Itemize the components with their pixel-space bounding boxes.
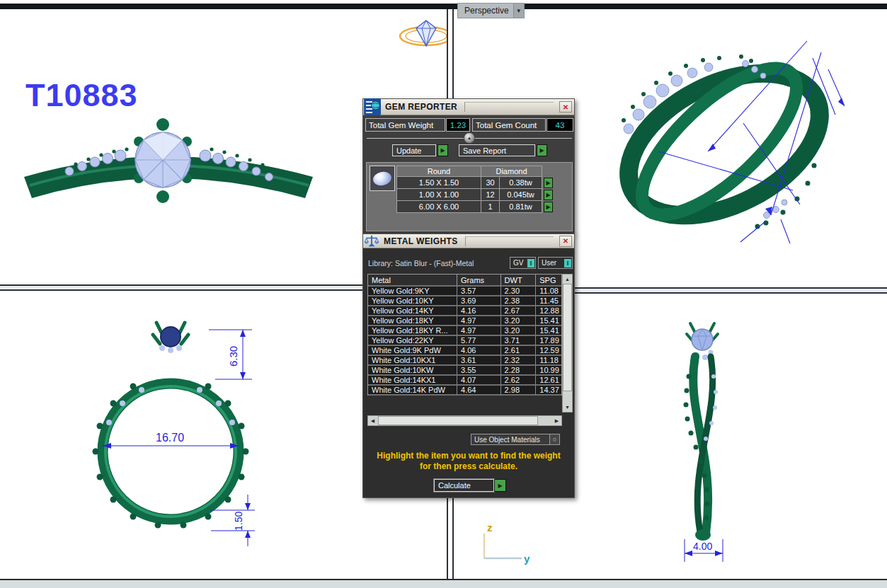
gem-col-type: Diamond <box>481 166 542 177</box>
col-spg: SPG <box>536 275 561 287</box>
play-icon: ▶ <box>546 192 550 198</box>
metal-weights-titlebar[interactable]: METAL WEIGHTS ✕ <box>363 234 574 248</box>
status-bar <box>0 579 887 588</box>
gv-toggle-indicator: I <box>527 259 534 267</box>
scroll-left-icon[interactable]: ◀ <box>368 416 377 425</box>
gem-reporter-title: GEM REPORTER <box>385 102 457 112</box>
viewport-title-label: Perspective <box>458 6 513 16</box>
axis-y-label: y <box>524 553 530 565</box>
total-gem-count-label: Total Gem Count <box>472 118 546 132</box>
axis-z-label: z <box>487 521 493 534</box>
gem-row-go-button[interactable]: ▶ <box>544 190 553 200</box>
play-icon: ▶ <box>440 147 445 154</box>
gem-reporter-titlebar[interactable]: GEM REPORTER ✕ <box>363 99 574 115</box>
app-window: Perspective ▼ T10883 <box>0 0 887 588</box>
gem-weight: 0.81tw <box>500 201 542 213</box>
calculate-button[interactable]: Calculate <box>434 479 494 492</box>
radio-icon: ○ <box>549 434 559 444</box>
ring-perspective-view: T10883 <box>600 37 845 249</box>
horizontal-scroll-thumb[interactable] <box>378 416 538 425</box>
hint-text-line2: for then press calculate. <box>363 461 574 472</box>
play-icon: ▶ <box>546 204 550 210</box>
play-icon: ▶ <box>546 180 550 186</box>
gem-row: 1.50 X 1.50 30 0.38tw ▶ <box>396 177 553 189</box>
metal-row[interactable]: Yellow Gold:9KY3.572.3011.08 <box>368 287 561 296</box>
gem-row: 1.00 X 1.00 12 0.045tw ▶ <box>396 189 553 201</box>
axis-indicator: z y <box>474 521 534 565</box>
vertical-scroll-thumb[interactable] <box>563 284 572 391</box>
close-icon[interactable]: ✕ <box>559 236 572 247</box>
gem-reporter-dialog: GEM REPORTER ✕ Total Gem Weight 1.23 Tot… <box>362 98 575 235</box>
ring-side-view <box>20 106 321 244</box>
gem-reporter-icon <box>364 98 381 115</box>
save-report-go-button[interactable]: ▶ <box>537 144 547 156</box>
calculate-go-button[interactable]: ▶ <box>494 479 506 492</box>
metal-table-header: Metal Grams DWT SPG <box>368 275 561 287</box>
library-label: Library: Satin Blur - (Fast)-Metal <box>368 259 474 267</box>
use-object-materials-select[interactable]: Use Object Materials ○ <box>471 434 560 445</box>
update-button-label: Update <box>396 146 421 155</box>
dimension-width: 4.00 <box>693 541 712 552</box>
metal-row[interactable]: White Gold:9K PdW4.062.6112.59 <box>368 346 561 356</box>
save-report-button[interactable]: Save Report <box>459 144 535 156</box>
metal-row[interactable]: Yellow Gold:10KY3.692.3811.45 <box>368 296 561 306</box>
gem-size: 1.00 X 1.00 <box>396 189 481 201</box>
gem-weight: 0.38tw <box>500 177 542 189</box>
user-toggle[interactable]: User I <box>538 257 573 269</box>
metal-table: Metal Grams DWT SPG Yellow Gold:9KY3.572… <box>367 274 562 396</box>
gem-thumbnail[interactable] <box>370 166 395 191</box>
metal-row[interactable]: White Gold:14KX14.072.6212.61 <box>368 376 561 386</box>
hint-text-line1: Highlight the item you want to find the … <box>363 451 574 461</box>
ring-front-view: 6.30 16.70 1.50 <box>76 303 271 558</box>
dimension-diameter: 16.70 <box>156 432 184 444</box>
collapse-toggle[interactable]: ▲ <box>464 132 475 144</box>
col-dwt: DWT <box>501 275 537 287</box>
viewport-title-perspective[interactable]: Perspective ▼ <box>457 3 525 18</box>
metal-row[interactable]: Yellow Gold:14KY4.162.6712.88 <box>368 306 561 316</box>
gem-table-panel: Round Diamond 1.50 X 1.50 30 0.38tw ▶ 1.… <box>366 162 573 231</box>
close-icon[interactable]: ✕ <box>559 101 572 113</box>
gem-weight: 0.045tw <box>500 189 542 201</box>
gv-toggle[interactable]: GV I <box>510 257 536 269</box>
gv-toggle-label: GV <box>510 259 527 267</box>
dimension-height: 6.30 <box>227 346 239 367</box>
metal-row[interactable]: Yellow Gold:22KY5.773.7117.89 <box>368 336 561 346</box>
metal-row[interactable]: White Gold:14K PdW4.642.9814.37 <box>368 386 561 396</box>
update-go-button[interactable]: ▶ <box>437 144 448 156</box>
col-grams: Grams <box>457 275 501 287</box>
metal-row[interactable]: Yellow Gold:18KY4.973.2015.41 <box>368 316 561 326</box>
horizontal-scrollbar[interactable]: ◀ ▶ <box>367 415 562 426</box>
vertical-scrollbar[interactable]: ▲ ▼ <box>562 274 573 413</box>
scroll-down-icon[interactable]: ▼ <box>563 403 572 412</box>
gem-row-go-button[interactable]: ▶ <box>544 178 553 188</box>
gem-row: 6.00 X 6.00 1 0.81tw ▶ <box>396 201 553 213</box>
play-icon: ▶ <box>498 483 502 489</box>
gem-row-go-button[interactable]: ▶ <box>544 202 553 212</box>
gem-count: 1 <box>481 201 500 213</box>
dimension-shank: 1.50 <box>233 512 244 531</box>
metal-weights-dialog: METAL WEIGHTS ✕ Library: Satin Blur - (F… <box>362 234 575 498</box>
metal-row[interactable]: White Gold:10KW3.552.2810.99 <box>368 366 561 376</box>
user-toggle-indicator: I <box>564 259 571 267</box>
total-gem-weight-label: Total Gem Weight <box>365 118 445 132</box>
calculate-button-label: Calculate <box>438 481 471 490</box>
col-metal: Metal <box>368 275 457 287</box>
metal-row[interactable]: Yellow Gold:18KY R...4.973.2015.41 <box>368 326 561 336</box>
play-icon: ▶ <box>539 147 544 154</box>
update-button[interactable]: Update <box>392 144 436 156</box>
scroll-up-icon[interactable]: ▲ <box>563 275 572 284</box>
metal-row[interactable]: White Gold:10KX13.612.3211.18 <box>368 356 561 366</box>
collapse-up-icon: ▲ <box>467 136 471 140</box>
gem-count: 12 <box>481 189 500 201</box>
titlebar-groove <box>465 236 554 246</box>
gem-size: 1.50 X 1.50 <box>396 177 481 189</box>
save-report-button-label: Save Report <box>463 146 506 155</box>
metal-weights-title: METAL WEIGHTS <box>384 236 458 246</box>
user-toggle-label: User <box>539 259 564 267</box>
gem-count: 30 <box>481 177 500 189</box>
scroll-right-icon[interactable]: ▶ <box>552 416 561 425</box>
chevron-down-icon[interactable]: ▼ <box>513 4 524 18</box>
ring-profile-view: 4.00 <box>637 306 779 575</box>
total-gem-count-value: 43 <box>546 118 573 132</box>
top-divider-bar <box>0 4 887 9</box>
